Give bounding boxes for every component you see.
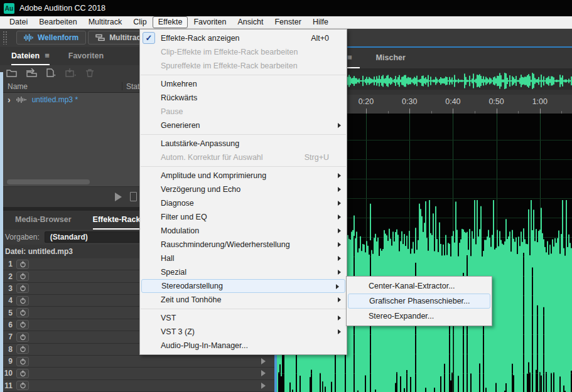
slot-expand-icon[interactable] <box>261 358 266 364</box>
scrollbar-thumb[interactable] <box>7 179 90 184</box>
focus-border-left <box>0 72 3 392</box>
power-icon <box>19 273 26 280</box>
power-toggle[interactable] <box>16 369 29 378</box>
wellenform-button[interactable]: Wellenform <box>16 31 86 45</box>
menubar-item-ansicht[interactable]: Ansicht <box>232 16 269 28</box>
vorgaben-select[interactable]: (Standard) <box>45 231 150 243</box>
panel-menu-icon[interactable]: ≡ <box>347 53 352 62</box>
menu-item-zeit-und-tonhöhe[interactable]: Zeit und Tonhöhe <box>140 293 347 307</box>
menu-item-label: Generieren <box>161 121 200 130</box>
menu-item-shortcut: Strg+U <box>305 153 329 162</box>
menu-item-audio-plug-in-manager[interactable]: Audio-Plug-In-Manager... <box>140 339 347 352</box>
menu-separator <box>141 309 346 309</box>
menu-item-shortcut: Alt+0 <box>311 34 329 43</box>
slot-expand-icon[interactable] <box>261 383 266 389</box>
menu-item-umkehren[interactable]: Umkehren <box>140 77 347 91</box>
app-window: Au Adobe Audition CC 2018 DateiBearbeite… <box>0 0 572 392</box>
tab-media-browser[interactable]: Media-Browser <box>15 211 72 230</box>
rack-slot-row[interactable]: 10 <box>0 368 274 379</box>
menubar-item-bearbeiten[interactable]: Bearbeiten <box>33 16 82 28</box>
menu-item-label: Hall <box>161 254 175 263</box>
menu-item-rauschminderung-wiederherstellung[interactable]: Rauschminderung/Wiederherstellung <box>140 238 347 252</box>
power-toggle[interactable] <box>16 332 29 342</box>
power-toggle[interactable] <box>16 308 29 317</box>
power-icon <box>19 309 26 316</box>
menubar-item-clip[interactable]: Clip <box>127 16 153 28</box>
timeline-tick <box>409 109 410 114</box>
expand-chevron-icon[interactable]: › <box>8 95 11 105</box>
menu-item-stereodarstellung[interactable]: Stereodarstellung <box>141 279 345 293</box>
menu-item-vst[interactable]: VST <box>140 311 347 325</box>
menu-item-spezial[interactable]: Spezial <box>140 265 347 279</box>
power-toggle[interactable] <box>16 357 29 366</box>
power-toggle[interactable] <box>16 272 29 281</box>
menu-item-autom-korrektur-für-auswahl: Autom. Korrektur für AuswahlStrg+U <box>140 151 347 164</box>
menu-item-rückwärts[interactable]: Rückwärts <box>140 91 347 105</box>
menu-item-effekte-rack-anzeigen[interactable]: ✓Effekte-Rack anzeigenAlt+0 <box>140 31 347 45</box>
power-toggle[interactable] <box>16 344 29 354</box>
menu-item-label: Spureffekte im Effekte-Rack bearbeiten <box>161 61 298 70</box>
menu-item-vst-3-z[interactable]: VST 3 (Z) <box>140 325 347 339</box>
tab-media-browser-label: Media-Browser <box>15 215 72 224</box>
rack-slot-row[interactable]: 9 <box>0 356 274 368</box>
menu-item-generieren[interactable]: Generieren <box>140 119 347 132</box>
menu-item-filter-und-eq[interactable]: Filter und EQ <box>140 210 347 224</box>
tab-favoriten[interactable]: Favoriten <box>68 47 104 65</box>
menu-item-clip-effekte-im-effekte-rack-bearbeiten: Clip-Effekte im Effekte-Rack bearbeiten <box>140 45 347 59</box>
audio-file-icon <box>16 97 26 103</box>
column-header-name[interactable]: Name <box>0 82 28 91</box>
open-folder-icon[interactable] <box>6 68 18 77</box>
timeline-tick <box>453 109 453 114</box>
menu-item-label: Verzögerung und Echo <box>161 185 240 194</box>
menu-item-verzögerung-und-echo[interactable]: Verzögerung und Echo <box>140 183 347 196</box>
document-icon[interactable] <box>130 192 137 201</box>
menu-item-label: Clip-Effekte im Effekte-Rack bearbeiten <box>161 48 298 56</box>
vorgaben-label: Vorgaben: <box>5 233 40 241</box>
waveform-icon <box>24 34 33 41</box>
timeline-tick <box>366 109 367 114</box>
menu-item-label: Diagnose <box>161 199 194 208</box>
menubar-item-datei[interactable]: Datei <box>4 16 33 28</box>
power-toggle[interactable] <box>16 260 29 269</box>
menubar-item-favoriten[interactable]: Favoriten <box>188 16 232 28</box>
tab-dateien[interactable]: Dateien ≡ <box>11 47 50 65</box>
power-toggle[interactable] <box>16 283 29 293</box>
submenu-arrow-icon <box>338 173 341 178</box>
submenu-arrow-icon <box>338 297 341 302</box>
file-name[interactable]: untitled.mp3 * <box>32 95 78 104</box>
power-toggle[interactable] <box>16 320 29 329</box>
menu-item-diagnose[interactable]: Diagnose <box>140 196 347 210</box>
slot-expand-icon[interactable] <box>261 370 266 376</box>
export-icon <box>65 68 77 77</box>
menu-item-label: Rückwärts <box>161 93 197 102</box>
play-icon[interactable] <box>115 193 122 201</box>
menu-item-stereo-expander[interactable]: Stereo-Expander... <box>347 309 492 324</box>
menu-item-center-kanal-extractor[interactable]: Center-Kanal-Extractor... <box>347 278 492 294</box>
menubar-item-fenster[interactable]: Fenster <box>269 16 306 28</box>
menu-item-label: Zeit und Tonhöhe <box>161 295 221 304</box>
tab-effekte-rack-label: Effekte-Rack <box>93 215 141 224</box>
column-divider[interactable] <box>122 82 122 90</box>
menu-item-grafischer-phasenschieber[interactable]: Grafischer Phasenschieber... <box>348 294 490 309</box>
menu-item-lautstärke-anpassung[interactable]: Lautstärke-Anpassung <box>140 137 347 151</box>
power-toggle[interactable] <box>16 296 29 305</box>
tab-mischer[interactable]: Mischer <box>369 48 413 68</box>
menubar-item-multitrack[interactable]: Multitrack <box>83 16 127 28</box>
menubar-item-effekte[interactable]: Effekte <box>153 16 188 28</box>
panel-drag-grip-icon[interactable] <box>3 31 8 45</box>
menubar-item-hilfe[interactable]: Hilfe <box>307 16 334 28</box>
title-bar: Au Adobe Audition CC 2018 <box>0 0 572 16</box>
power-icon <box>19 285 26 292</box>
submenu-arrow-icon <box>338 315 341 320</box>
timeline-label: 0:50 <box>484 97 509 106</box>
menu-item-amplitude-und-komprimierung[interactable]: Amplitude und Komprimierung <box>140 169 347 183</box>
rack-slot-row[interactable]: 11 <box>0 380 274 392</box>
power-toggle[interactable] <box>16 381 29 390</box>
import-file-icon[interactable] <box>26 68 38 77</box>
wellenform-label: Wellenform <box>38 33 78 42</box>
new-file-icon[interactable] <box>46 68 57 77</box>
menu-item-label: Center-Kanal-Extractor... <box>369 282 455 290</box>
menu-item-hall[interactable]: Hall <box>140 252 347 265</box>
menu-item-modulation[interactable]: Modulation <box>140 224 347 238</box>
panel-menu-icon[interactable]: ≡ <box>45 51 50 60</box>
